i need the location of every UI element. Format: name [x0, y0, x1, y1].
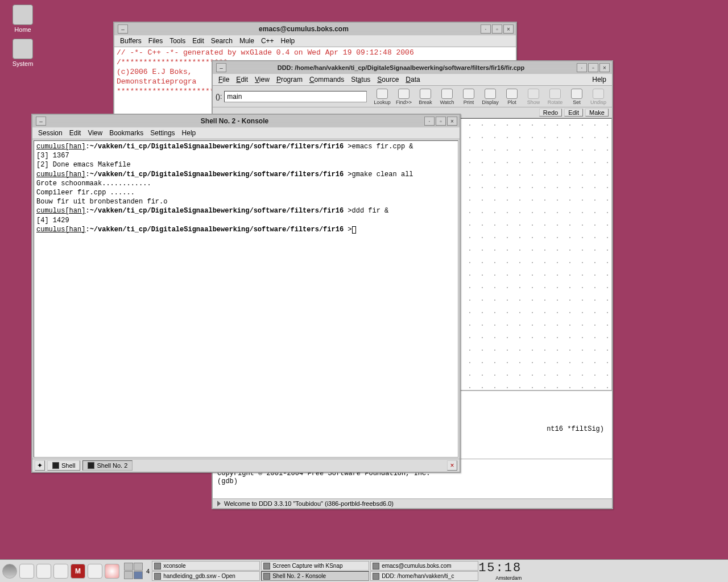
menu-search[interactable]: Search	[209, 36, 235, 45]
close-button[interactable]: ×	[447, 117, 457, 126]
clock-timezone: Amsterdam	[478, 575, 522, 581]
status-indicator-icon	[217, 501, 221, 506]
kmenu-button[interactable]	[2, 564, 17, 579]
konsole-titlebar[interactable]: – Shell No. 2 - Konsole · ▫ ×	[32, 115, 460, 127]
menu-help[interactable]: Help	[279, 36, 297, 45]
menu-source[interactable]: Source	[375, 75, 401, 84]
menu-files[interactable]: Files	[146, 36, 165, 45]
ddd-statusbar: Welcome to DDD 3.3.10 "Toubidou" (i386-p…	[213, 498, 612, 508]
minimize-button[interactable]: ·	[481, 24, 491, 34]
taskbar: M 4 xconsolehandleiding_gdb.sxw - OpenSc…	[0, 559, 728, 582]
menu-status[interactable]: Status	[349, 75, 373, 84]
menu-tools[interactable]: Tools	[167, 36, 188, 45]
terminal-icon	[88, 462, 94, 469]
lifebuoy-icon[interactable]	[105, 564, 119, 579]
ddd-titlebar[interactable]: – DDD: /home/han/vakken/ti_cp/DigitaleSi…	[213, 61, 612, 74]
desktop-pager[interactable]	[124, 563, 143, 579]
tab-label: Shell	[61, 462, 75, 469]
konsole-terminal[interactable]: cumulus[han]:~/vakken/ti_cp/DigitaleSign…	[34, 140, 458, 458]
gdb-line: (gdb)	[217, 477, 607, 485]
menu-mule[interactable]: Mule	[237, 36, 257, 45]
menu-view[interactable]: View	[85, 128, 105, 138]
menu-help[interactable]: Help	[180, 128, 198, 138]
close-tab-button[interactable]: ×	[447, 460, 457, 471]
minimize-button[interactable]: ·	[424, 117, 435, 126]
ddd-tool-find[interactable]: Find>>	[393, 88, 415, 105]
konsole-tabbar: ✦ Shell Shell No. 2 ×	[32, 459, 460, 472]
menu-settings[interactable]: Settings	[148, 128, 177, 138]
konsole-menubar: Session Edit View Bookmarks Settings Hel…	[32, 127, 460, 139]
window-menu-button[interactable]: –	[36, 117, 46, 126]
taskbar-task[interactable]: DDD: /home/han/vakken/ti_c	[370, 571, 478, 581]
ddd-argument-input[interactable]	[224, 91, 367, 102]
clock-time: 15:18	[478, 561, 522, 575]
maximize-button[interactable]: ▫	[492, 24, 502, 34]
emacs-title: emacs@cumulus.boks.com	[128, 25, 479, 33]
make-button[interactable]: Make	[585, 109, 609, 117]
redo-button[interactable]: Redo	[539, 109, 562, 117]
edit-button[interactable]: Edit	[564, 109, 583, 117]
menu-data[interactable]: Data	[403, 75, 422, 84]
pager-desktop-2[interactable]	[134, 563, 143, 571]
menu-edit[interactable]: Edit	[234, 75, 250, 84]
status-text: Welcome to DDD 3.3.10 "Toubidou" (i386-p…	[224, 500, 394, 507]
minimize-button[interactable]: ·	[577, 63, 587, 72]
taskbar-task[interactable]: Screen Capture with KSnap	[261, 561, 369, 571]
app-m-icon[interactable]: M	[71, 564, 85, 579]
konsole-tab-shell-2[interactable]: Shell No. 2	[82, 460, 133, 471]
close-button[interactable]: ×	[599, 63, 610, 72]
terminal-line: [2] Done emacs Makefile	[36, 160, 456, 169]
pager-desktop-1[interactable]	[124, 563, 133, 571]
taskbar-task[interactable]: xconsole	[152, 561, 260, 571]
pager-desktop-3[interactable]	[124, 571, 133, 579]
menu-cpp[interactable]: C++	[259, 36, 276, 45]
taskbar-task[interactable]: handleiding_gdb.sxw - Open	[152, 571, 260, 581]
menu-help[interactable]: Help	[590, 75, 609, 84]
maximize-button[interactable]: ▫	[588, 63, 598, 72]
terminal-line: [4] 1429	[36, 216, 456, 225]
menu-session[interactable]: Session	[36, 128, 65, 138]
window-menu-button[interactable]: –	[118, 24, 128, 34]
ddd-tool-display[interactable]: Display	[479, 88, 501, 105]
menu-buffers[interactable]: Buffers	[118, 36, 144, 45]
taskbar-task[interactable]: Shell No. 2 - Konsole	[261, 571, 369, 581]
emacs-titlebar[interactable]: – emacs@cumulus.boks.com · ▫ ×	[114, 23, 516, 35]
ddd-tool-break[interactable]: Break	[415, 88, 436, 105]
window-menu-button[interactable]: –	[216, 63, 226, 72]
terminal-line: Bouw fir uit bronbestanden fir.o	[36, 197, 456, 206]
close-button[interactable]: ×	[503, 24, 514, 34]
menu-edit[interactable]: Edit	[67, 128, 84, 138]
new-tab-button[interactable]: ✦	[35, 460, 45, 471]
menu-file[interactable]: File	[216, 75, 231, 84]
terminal-line: cumulus[han]:~/vakken/ti_cp/DigitaleSign…	[36, 142, 456, 151]
menu-view[interactable]: View	[253, 75, 272, 84]
desktop-icon-label: Home	[6, 26, 40, 33]
maximize-button[interactable]: ▫	[436, 117, 446, 126]
gnu-icon[interactable]	[88, 564, 102, 579]
menu-program[interactable]: Program	[274, 75, 305, 84]
pager-desktop-4[interactable]	[134, 571, 143, 579]
home-launcher-icon[interactable]	[36, 564, 51, 579]
menu-bookmarks[interactable]: Bookmarks	[107, 128, 146, 138]
terminal-line: Compileer fir.cpp ......	[36, 188, 456, 197]
ddd-tool-plot[interactable]: Plot	[501, 88, 523, 105]
desktop-system-icon[interactable]: System	[6, 39, 40, 67]
terminal-line: [3] 1367	[36, 151, 456, 160]
desktop-home-icon[interactable]: Home	[6, 5, 40, 33]
shell-launcher-icon[interactable]	[53, 564, 68, 579]
ddd-tool-set[interactable]: Set	[566, 88, 588, 105]
ddd-tool-print[interactable]: Print	[458, 88, 479, 105]
clock[interactable]: 15:18 Amsterdam	[478, 561, 525, 581]
taskbar-task[interactable]: emacs@cumulus.boks.com	[370, 561, 478, 571]
menu-edit[interactable]: Edit	[190, 36, 206, 45]
ddd-tool-lookup[interactable]: Lookup	[371, 88, 393, 105]
menu-commands[interactable]: Commands	[307, 75, 346, 84]
ddd-tool-watch[interactable]: Watch	[436, 88, 458, 105]
terminal-line: cumulus[han]:~/vakken/ti_cp/DigitaleSign…	[36, 206, 456, 215]
source-fragment: nt16 *filtSig)	[547, 425, 604, 433]
system-icon	[13, 39, 33, 59]
bookmarks-icon[interactable]	[19, 564, 34, 579]
terminal-line: cumulus[han]:~/vakken/ti_cp/DigitaleSign…	[36, 225, 456, 234]
ddd-tool-rotate: Rotate	[544, 88, 566, 105]
konsole-tab-shell[interactable]: Shell	[47, 460, 80, 471]
